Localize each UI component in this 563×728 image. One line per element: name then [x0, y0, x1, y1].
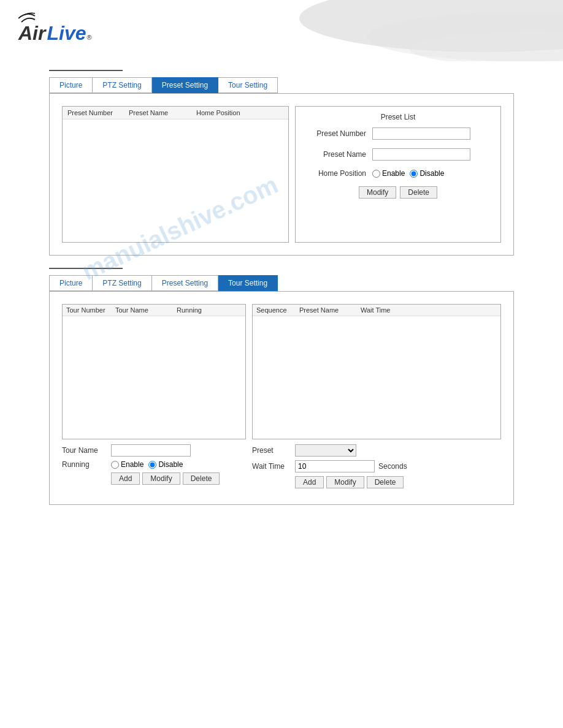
th-tour-name: Tour Name: [115, 306, 177, 314]
tour-setting-section: Picture PTZ Setting Preset Setting Tour …: [0, 268, 563, 505]
tour-table-header: Tour Number Tour Name Running: [63, 305, 245, 316]
seq-modify-button[interactable]: Modify: [326, 476, 364, 488]
seq-delete-button[interactable]: Delete: [367, 476, 404, 488]
preset-select[interactable]: [295, 444, 356, 457]
home-position-disable-option[interactable]: Disable: [410, 169, 444, 178]
preset-setting-section: Picture PTZ Setting Preset Setting Tour …: [0, 70, 563, 256]
tour-form-area: Tour Name Running Enable Disa: [62, 444, 246, 488]
seconds-label: Seconds: [378, 462, 407, 471]
tour-panel: Tour Number Tour Name Running Tour Name …: [49, 291, 514, 505]
home-position-disable-label: Disable: [419, 169, 444, 178]
th-preset-name: Preset Name: [129, 109, 196, 116]
running-enable-label: Enable: [121, 460, 144, 469]
tour-name-row: Tour Name: [62, 444, 246, 457]
home-position-enable-option[interactable]: Enable: [372, 169, 405, 178]
tour-action-buttons: Add Modify Delete: [111, 472, 220, 485]
seq-table-body: [253, 316, 500, 439]
home-position-label: Home Position: [305, 169, 372, 178]
th-home-position: Home Position: [196, 109, 283, 116]
running-radio-group: Enable Disable: [111, 460, 183, 469]
preset-section-divider: [49, 70, 123, 71]
running-enable-radio[interactable]: [111, 461, 119, 469]
tour-table-body: [63, 316, 245, 439]
preset-number-input[interactable]: [372, 127, 470, 140]
tour-table-area: Tour Number Tour Name Running: [62, 304, 246, 439]
preset-name-row: Preset Name: [305, 148, 491, 161]
tour-seq-header: Sequence Preset Name Wait Time: [253, 305, 500, 316]
preset-number-row: Preset Number: [305, 127, 491, 140]
tab-picture-2[interactable]: Picture: [49, 275, 93, 291]
home-position-row: Home Position Enable Disable: [305, 169, 491, 178]
running-label: Running: [62, 460, 111, 469]
wait-time-label: Wait Time: [252, 462, 295, 471]
preset-list-area: Preset List Preset Number Preset Name Ho…: [295, 106, 501, 243]
preset-modify-button[interactable]: Modify: [359, 186, 396, 199]
wait-time-input[interactable]: [295, 460, 375, 472]
logo-reg-text: ®: [86, 34, 91, 41]
preset-table-body: [63, 119, 288, 242]
home-position-disable-radio[interactable]: [410, 170, 418, 178]
tab-ptz-2[interactable]: PTZ Setting: [93, 275, 151, 291]
preset-name-label: Preset Name: [305, 150, 372, 159]
tab-preset-2[interactable]: Preset Setting: [152, 275, 218, 291]
home-position-enable-label: Enable: [382, 169, 405, 178]
th-seq-preset-name: Preset Name: [299, 306, 361, 314]
preset-panel-inner: Preset Number Preset Name Home Position …: [62, 106, 501, 243]
preset-delete-button[interactable]: Delete: [400, 186, 437, 199]
preset-name-input[interactable]: [372, 148, 470, 161]
tour-delete-button[interactable]: Delete: [183, 472, 220, 485]
preset-number-label: Preset Number: [305, 129, 372, 138]
logo-air-text: Air: [18, 22, 45, 45]
th-wait-time: Wait Time: [361, 306, 497, 314]
preset-btn-row: Modify Delete: [305, 186, 491, 199]
tour-section-divider: [49, 268, 123, 269]
th-sequence: Sequence: [256, 306, 299, 314]
tour-btn-row: Add Modify Delete: [62, 472, 246, 485]
seq-add-button[interactable]: Add: [295, 476, 324, 488]
running-disable-option[interactable]: Disable: [148, 460, 183, 469]
th-tour-number: Tour Number: [66, 306, 115, 314]
tab-picture-1[interactable]: Picture: [49, 77, 93, 93]
preset-table-area: Preset Number Preset Name Home Position: [62, 106, 289, 243]
running-disable-label: Disable: [158, 460, 183, 469]
tab-tour-setting-1[interactable]: Tour Setting: [218, 77, 278, 93]
tour-seq-area: Sequence Preset Name Wait Time: [252, 304, 501, 439]
preset-label: Preset: [252, 446, 295, 455]
home-position-enable-radio[interactable]: [372, 170, 380, 178]
wait-time-row: Wait Time Seconds: [252, 460, 501, 472]
seq-action-buttons: Add Modify Delete: [295, 476, 404, 488]
seq-btn-row: Add Modify Delete: [252, 476, 501, 488]
header: Air Live ®: [0, 0, 563, 61]
logo-area: Air Live ®: [18, 11, 92, 45]
header-swoosh: [226, 0, 563, 61]
running-disable-radio[interactable]: [148, 461, 156, 469]
tour-name-input[interactable]: [111, 444, 191, 457]
th-running: Running: [177, 306, 242, 314]
preset-tabs: Picture PTZ Setting Preset Setting Tour …: [49, 77, 514, 93]
tour-add-button[interactable]: Add: [111, 472, 140, 485]
tour-tabs: Picture PTZ Setting Preset Setting Tour …: [49, 275, 514, 291]
preset-table-header: Preset Number Preset Name Home Position: [63, 107, 288, 119]
tab-tour-setting-2[interactable]: Tour Setting: [218, 275, 278, 291]
preset-list-title: Preset List: [305, 113, 491, 121]
tab-ptz-1[interactable]: PTZ Setting: [93, 77, 151, 93]
tour-modify-button[interactable]: Modify: [142, 472, 180, 485]
tour-right-col: Sequence Preset Name Wait Time Preset: [252, 304, 501, 492]
tab-preset-setting[interactable]: Preset Setting: [152, 77, 218, 93]
tour-name-label: Tour Name: [62, 446, 111, 455]
running-enable-option[interactable]: Enable: [111, 460, 144, 469]
preset-row: Preset: [252, 444, 501, 457]
tour-tables-row: Tour Number Tour Name Running Tour Name …: [62, 304, 501, 492]
tour-left-col: Tour Number Tour Name Running Tour Name …: [62, 304, 246, 492]
seq-form-area: Preset Wait Time Seconds Add: [252, 444, 501, 492]
th-preset-number: Preset Number: [67, 109, 129, 116]
logo-live-text: Live: [47, 22, 86, 45]
home-position-radio-group: Enable Disable: [372, 169, 444, 178]
preset-panel: Preset Number Preset Name Home Position …: [49, 93, 514, 256]
running-row: Running Enable Disable: [62, 460, 246, 469]
